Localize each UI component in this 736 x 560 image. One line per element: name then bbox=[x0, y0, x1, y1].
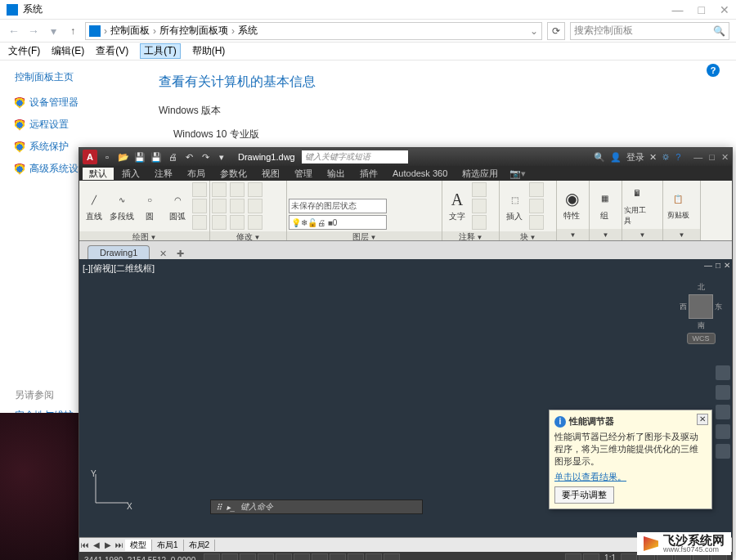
layer-btn[interactable] bbox=[289, 182, 303, 197]
breadcrumb[interactable]: › 控制面板 › 所有控制面板项 › 系统 ⌄ bbox=[85, 22, 542, 40]
help-icon[interactable]: ? bbox=[675, 152, 680, 162]
layer-btn[interactable] bbox=[338, 182, 352, 197]
maximize-button[interactable]: □ bbox=[698, 3, 705, 16]
tab-manage[interactable]: 管理 bbox=[288, 168, 319, 180]
layer-btn[interactable] bbox=[403, 182, 418, 197]
tab-layout[interactable]: 布局 bbox=[181, 168, 212, 180]
tab-annotate[interactable]: 注释 bbox=[148, 168, 179, 180]
nav-zoom[interactable] bbox=[716, 405, 730, 419]
nav-pan[interactable] bbox=[716, 385, 730, 400]
layer-state-combo[interactable]: 未保存的图层状态 bbox=[289, 199, 387, 213]
layout-prev[interactable]: ◀ bbox=[91, 540, 102, 549]
file-tab-close[interactable]: ✕ bbox=[159, 249, 167, 259]
btn-draw-small[interactable] bbox=[192, 182, 207, 197]
breadcrumb-dropdown[interactable]: ⌄ bbox=[530, 25, 538, 37]
qat-dropdown[interactable]: ▾ bbox=[215, 150, 228, 164]
cad-search-box[interactable]: 键入关键字或短语 bbox=[302, 150, 408, 164]
nav-showmotion[interactable] bbox=[716, 444, 730, 459]
tab-view[interactable]: 视图 bbox=[255, 168, 286, 180]
annot-btn[interactable] bbox=[472, 215, 487, 230]
tab-featured[interactable]: 精选应用 bbox=[456, 168, 505, 180]
qat-save[interactable]: 💾 bbox=[133, 150, 146, 164]
menu-file[interactable]: 文件(F) bbox=[8, 44, 40, 58]
help-icon[interactable]: ? bbox=[707, 64, 720, 77]
status-coords[interactable]: 3441.1980, 2154.5512, 0.0000 bbox=[84, 556, 195, 561]
cad-minimize[interactable]: — bbox=[693, 152, 702, 163]
qat-redo[interactable]: ↷ bbox=[199, 150, 212, 164]
btn-polyline[interactable]: ∿多段线 bbox=[109, 190, 135, 222]
file-tab[interactable]: Drawing1 bbox=[88, 245, 150, 259]
menu-edit[interactable]: 编辑(E) bbox=[52, 44, 84, 58]
modify-btn[interactable] bbox=[212, 182, 227, 197]
menu-view[interactable]: 查看(V) bbox=[96, 44, 128, 58]
layout-tab-model[interactable]: 模型 bbox=[125, 540, 152, 551]
layout-next[interactable]: ▶ bbox=[102, 540, 114, 549]
btn-insert-block[interactable]: ⬚插入 bbox=[501, 190, 527, 222]
close-button[interactable]: ✕ bbox=[720, 3, 729, 16]
modify-btn[interactable] bbox=[230, 199, 245, 213]
status-polar[interactable] bbox=[276, 553, 292, 560]
btn-arc[interactable]: ◠圆弧 bbox=[164, 190, 191, 222]
status-ortho[interactable] bbox=[258, 553, 274, 560]
status-tpy[interactable] bbox=[384, 553, 400, 560]
a360-icon[interactable]: ⛭ bbox=[662, 152, 671, 162]
autocad-logo[interactable]: A bbox=[83, 150, 97, 164]
qat-saveas[interactable]: 💾 bbox=[150, 150, 163, 164]
minimize-button[interactable]: — bbox=[672, 3, 684, 16]
block-btn[interactable] bbox=[529, 215, 544, 230]
nav-recent-button[interactable]: ▾ bbox=[46, 24, 61, 38]
status-lwt[interactable] bbox=[366, 553, 382, 560]
layer-btn[interactable] bbox=[387, 182, 402, 197]
vp-minimize[interactable]: — bbox=[704, 261, 712, 270]
nav-forward-button[interactable]: → bbox=[26, 24, 41, 38]
ucs-icon[interactable]: YX bbox=[88, 470, 137, 513]
wcs-label[interactable]: WCS bbox=[687, 333, 716, 344]
vp-close[interactable]: ✕ bbox=[724, 261, 730, 270]
cmd-handle-icon[interactable]: ⠿ bbox=[216, 503, 222, 512]
sidebar-home[interactable]: 控制面板主页 bbox=[15, 70, 139, 84]
breadcrumb-item[interactable]: 控制面板 bbox=[110, 24, 150, 38]
tab-parametric[interactable]: 参数化 bbox=[213, 168, 254, 180]
user-icon[interactable]: 👤 bbox=[610, 152, 622, 163]
status-model[interactable] bbox=[204, 553, 220, 560]
layout-first[interactable]: ⏮ bbox=[79, 540, 91, 549]
tab-default[interactable]: 默认 bbox=[83, 168, 114, 180]
breadcrumb-item[interactable]: 所有控制面板项 bbox=[159, 24, 228, 38]
nav-up-button[interactable]: ↑ bbox=[65, 24, 80, 38]
qat-open[interactable]: 📂 bbox=[117, 150, 130, 164]
btn-line[interactable]: ╱直线 bbox=[81, 190, 107, 222]
layout-tab-2[interactable]: 布局2 bbox=[184, 540, 216, 551]
tab-insert[interactable]: 插入 bbox=[115, 168, 146, 180]
qat-undo[interactable]: ↶ bbox=[182, 150, 195, 164]
infocenter-search-icon[interactable]: 🔍 bbox=[594, 152, 605, 163]
btn-properties[interactable]: ◉特性 bbox=[559, 189, 585, 222]
annot-btn[interactable] bbox=[472, 182, 487, 197]
btn-text[interactable]: A文字 bbox=[444, 190, 470, 222]
layer-btn[interactable] bbox=[321, 182, 336, 197]
cad-drawing-area[interactable]: [-][俯视][二维线框] — □ ✕ 北 西东 南 WCS YX ⠿ ▸_ 键… bbox=[79, 259, 732, 537]
refresh-button[interactable]: ⟳ bbox=[547, 22, 565, 40]
btn-draw-small[interactable] bbox=[192, 199, 207, 213]
status-dyn[interactable] bbox=[348, 553, 364, 560]
modify-btn[interactable] bbox=[230, 182, 245, 197]
sidebar-remote[interactable]: 远程设置 bbox=[15, 118, 139, 132]
menu-help[interactable]: 帮助(H) bbox=[192, 44, 226, 58]
layer-btn[interactable] bbox=[370, 182, 385, 197]
vp-maximize[interactable]: □ bbox=[716, 261, 720, 270]
cad-maximize[interactable]: □ bbox=[709, 152, 715, 163]
block-btn[interactable] bbox=[529, 199, 544, 213]
nav-back-button[interactable]: ← bbox=[7, 24, 21, 38]
modify-btn[interactable] bbox=[212, 215, 227, 230]
search-icon[interactable]: 🔍 bbox=[713, 25, 725, 37]
tab-a360[interactable]: Autodesk 360 bbox=[386, 168, 454, 178]
login-label[interactable]: 登录 bbox=[626, 151, 644, 164]
modify-btn[interactable] bbox=[230, 215, 245, 230]
layer-btn[interactable] bbox=[305, 182, 320, 197]
exchange-icon[interactable]: ✕ bbox=[649, 152, 657, 163]
menu-tools[interactable]: 工具(T) bbox=[140, 43, 180, 59]
tab-addin[interactable]: 插件 bbox=[353, 168, 384, 180]
modify-btn[interactable] bbox=[248, 182, 263, 197]
status-otrack[interactable] bbox=[330, 553, 346, 560]
modify-btn[interactable] bbox=[248, 215, 263, 230]
status-annoscale[interactable] bbox=[583, 553, 599, 560]
